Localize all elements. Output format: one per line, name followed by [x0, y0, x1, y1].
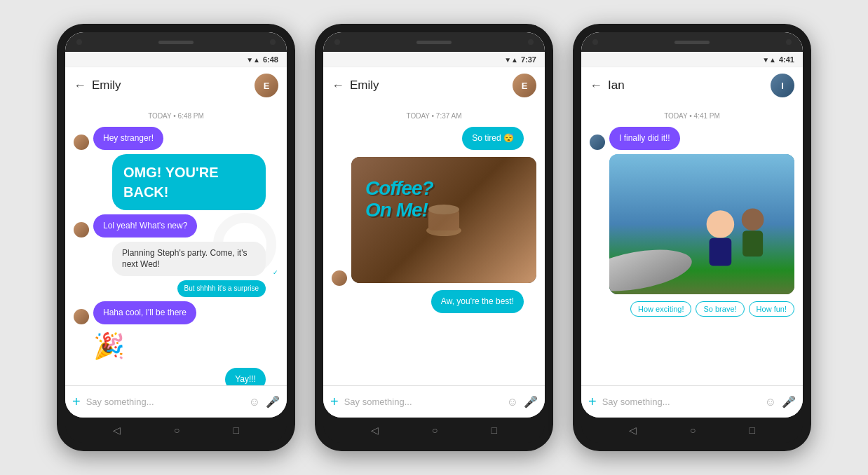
photo-bubble [609, 154, 794, 294]
speaker [158, 41, 194, 44]
bubble-received: I finally did it!! [609, 127, 680, 150]
nav-home[interactable]: ○ [174, 425, 179, 436]
smart-reply-chips: How exciting! So brave! How fun! [590, 301, 794, 317]
phone3-status-bar: ▼▲ 4:41 [581, 52, 803, 67]
check-mark: ✓ [531, 306, 536, 313]
add-button[interactable]: + [588, 394, 597, 410]
speaker [416, 41, 452, 44]
camera-dot-2 [528, 39, 534, 45]
say-something-input[interactable]: Say something... [344, 397, 501, 407]
svg-rect-8 [742, 230, 763, 256]
camera-dot [334, 39, 340, 45]
phone1-header: ← Emily E [65, 67, 287, 104]
mic-icon[interactable]: 🎤 [524, 395, 538, 408]
contact-name: Emily [92, 78, 249, 92]
phone1-top-bar [65, 32, 287, 52]
msg-row: I finally did it!! [590, 127, 794, 150]
phone2-chat-body: TODAY • 7:37 AM So tired 😴 ✓ [323, 104, 545, 385]
svg-point-7 [742, 208, 764, 230]
bubble-sent: Aw, you're the best! [431, 290, 524, 313]
phone3-input-bar: + Say something... ☺ 🎤 [581, 385, 803, 418]
back-button[interactable]: ← [74, 78, 86, 93]
msg-row: Planning Steph's party. Come, it's next … [74, 242, 278, 277]
timestamp: TODAY • 6:48 PM [74, 112, 278, 120]
sky-background [609, 154, 794, 294]
phone2-top-bar [323, 32, 545, 52]
phone2-header: ← Emily E [323, 67, 545, 104]
check-mark: ✓ [273, 384, 278, 385]
msg-avatar [74, 135, 89, 150]
contact-name: Emily [350, 78, 507, 92]
add-button[interactable]: + [330, 394, 339, 410]
emoji-icon[interactable]: ☺ [507, 396, 518, 408]
chip-exciting[interactable]: How exciting! [630, 301, 691, 317]
coffee-image: Coffee?On Me! [351, 157, 536, 283]
phone3-header: ← Ian I [581, 67, 803, 104]
chip-fun[interactable]: How fun! [749, 301, 794, 317]
bubble-received: Hey stranger! [93, 127, 163, 150]
nav-back[interactable]: ◁ [113, 425, 121, 436]
phone2-time: 7:37 [521, 55, 536, 64]
nav-back[interactable]: ◁ [371, 425, 379, 436]
sticker-row: 🎉 [74, 329, 278, 364]
bubble-sent: So tired 😴 [462, 127, 524, 150]
image-msg-row: Coffee?On Me! [332, 154, 536, 286]
back-button[interactable]: ← [590, 78, 602, 93]
contact-avatar: E [255, 74, 278, 97]
msg-avatar [590, 135, 605, 150]
msg-row: But shhhh it's a surprise ✓ [74, 280, 278, 297]
nav-home[interactable]: ○ [432, 425, 438, 436]
camera-dot [76, 39, 82, 45]
emoji-icon[interactable]: ☺ [249, 396, 260, 408]
phone3-bottom-nav: ◁ ○ □ [581, 418, 803, 443]
phone-2: ▼▲ 7:37 ← Emily E TODAY • 7:37 AM So tir… [315, 24, 553, 451]
bubble-sent: But shhhh it's a surprise [177, 280, 266, 297]
phones-container: ▼▲ 6:48 ← Emily E TODAY • 6:48 PM Hey st… [0, 0, 868, 475]
phone3-time: 4:41 [779, 55, 794, 64]
contact-name: Ian [608, 78, 765, 92]
timestamp: TODAY • 7:37 AM [332, 112, 536, 120]
phone1-input-bar: + Say something... ☺ 🎤 [65, 385, 287, 418]
camera-dot-2 [786, 39, 792, 45]
bubble-large-sent: OMG! YOU'RE BACK! [112, 154, 266, 210]
phone3-chat-body: TODAY • 4:41 PM I finally did it!! [581, 104, 803, 385]
check-mark: ✓ [273, 290, 278, 297]
phone1-time: 6:48 [263, 55, 278, 64]
check-mark: ✓ [531, 143, 536, 150]
say-something-input[interactable]: Say something... [86, 397, 243, 407]
phone2-status-bar: ▼▲ 7:37 [323, 52, 545, 67]
timestamp: TODAY • 4:41 PM [590, 112, 794, 120]
msg-avatar [332, 270, 347, 286]
mic-icon[interactable]: 🎤 [266, 395, 280, 408]
mic-icon[interactable]: 🎤 [782, 395, 796, 408]
sticker: 🎉 [93, 329, 125, 364]
say-something-input[interactable]: Say something... [602, 397, 759, 407]
camera-dot [592, 39, 598, 45]
image-bubble: Coffee?On Me! [351, 157, 536, 283]
phone2-bottom-nav: ◁ ○ □ [323, 418, 545, 443]
status-icons: ▼▲ [762, 56, 776, 64]
photo-msg-row [590, 154, 794, 294]
bubble-sent: Yay!!! [225, 368, 266, 385]
add-button[interactable]: + [72, 394, 81, 410]
nav-home[interactable]: ○ [690, 425, 696, 436]
contact-avatar: I [771, 74, 794, 97]
nav-back[interactable]: ◁ [629, 425, 637, 436]
coffee-overlay-text: Coffee?On Me! [365, 178, 433, 221]
status-icons: ▼▲ [504, 56, 518, 64]
phone2-input-bar: + Say something... ☺ 🎤 [323, 385, 545, 418]
bubble-sent-white: Planning Steph's party. Come, it's next … [112, 242, 266, 277]
phone1-chat-body: TODAY • 6:48 PM Hey stranger! OMG! YOU'R… [65, 104, 287, 385]
msg-row: So tired 😴 ✓ [332, 127, 536, 150]
nav-square[interactable]: □ [233, 425, 239, 436]
svg-point-5 [707, 210, 735, 238]
emoji-icon[interactable]: ☺ [765, 396, 776, 408]
nav-square[interactable]: □ [491, 425, 497, 436]
contact-avatar: E [513, 74, 536, 97]
msg-row: Yay!!! ✓ [74, 368, 278, 385]
chip-brave[interactable]: So brave! [696, 301, 744, 317]
nav-square[interactable]: □ [750, 425, 755, 436]
back-button[interactable]: ← [332, 78, 344, 93]
camera-dot-2 [270, 39, 276, 45]
msg-row: OMG! YOU'RE BACK! ✓ [74, 154, 278, 210]
